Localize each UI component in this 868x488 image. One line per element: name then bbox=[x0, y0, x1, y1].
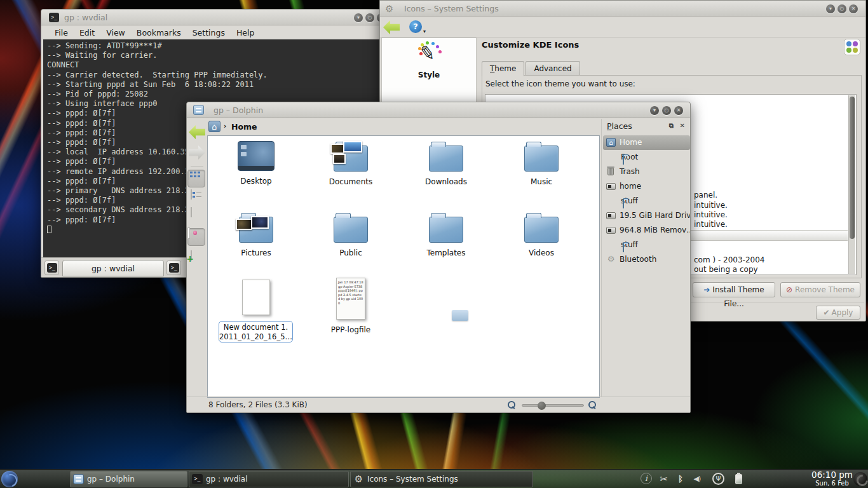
panel-cashew-icon[interactable] bbox=[853, 472, 867, 486]
forward-button[interactable] bbox=[189, 146, 205, 159]
folder-item[interactable]: Videos bbox=[503, 212, 580, 257]
task-dolphin[interactable]: gp – Dolphin bbox=[70, 471, 187, 487]
terminal-line: --> Carrier detected. Starting PPP immed… bbox=[47, 71, 376, 80]
new-tab-button[interactable]: >_ bbox=[44, 261, 59, 275]
terminal-icon: >_ bbox=[49, 13, 59, 22]
battery-icon[interactable] bbox=[735, 474, 742, 484]
breadcrumb-home[interactable]: Home bbox=[231, 122, 257, 132]
maximize-button[interactable]: ○ bbox=[837, 4, 846, 13]
place-home[interactable]: ⌂ Home bbox=[603, 135, 690, 150]
konsole-tab[interactable]: gp : wvdial bbox=[62, 260, 164, 276]
float-panel-icon[interactable]: ⧉ bbox=[669, 122, 674, 130]
place-trash[interactable]: Trash bbox=[603, 165, 690, 179]
place-root[interactable]: Root bbox=[603, 150, 690, 165]
tab-theme[interactable]: Theme bbox=[482, 61, 524, 76]
minimize-button[interactable]: ▾ bbox=[826, 4, 835, 13]
folder-item[interactable]: Public bbox=[312, 212, 390, 257]
gear-icon: ⚙ bbox=[385, 3, 393, 15]
launcher-button[interactable] bbox=[1, 471, 18, 487]
minimize-button[interactable]: ▾ bbox=[650, 106, 659, 115]
theme-about-fragment: com ) - 2003-2004 bbox=[694, 255, 765, 264]
scrollbar[interactable] bbox=[848, 95, 855, 274]
remove-theme-button[interactable]: ⊘Remove Theme bbox=[780, 282, 860, 297]
folder-item[interactable]: Desktop bbox=[217, 141, 295, 186]
back-button[interactable] bbox=[383, 20, 400, 34]
theme-description-fragment: intuitive. bbox=[694, 210, 728, 219]
file-item-selected[interactable] bbox=[217, 280, 295, 317]
selected-file-label[interactable]: New document 1. 2011_01_20_16_5… bbox=[219, 321, 293, 342]
apply-button[interactable]: ✔Apply bbox=[816, 306, 860, 320]
scrollbar-thumb[interactable] bbox=[850, 97, 855, 239]
folder-label: Desktop bbox=[217, 177, 295, 186]
minimize-button[interactable]: ▾ bbox=[354, 13, 363, 22]
chevron-down-icon[interactable]: ▾ bbox=[423, 29, 426, 34]
pencil-icon: ✎ bbox=[418, 41, 437, 65]
split-view-button[interactable] bbox=[191, 251, 192, 260]
file-item[interactable]: Jan 17 09:47:18 gp-Aspire-5738 pppd[1946… bbox=[312, 278, 390, 334]
style-icon: ✎ bbox=[414, 41, 444, 67]
dolphin-titlebar[interactable]: gp – Dolphin ▾ ○ ✕ bbox=[187, 102, 690, 118]
menu-bookmarks[interactable]: Bookmarks bbox=[131, 27, 187, 39]
theme-description-fragment: intuitive. bbox=[694, 220, 728, 229]
maximize-button[interactable]: ○ bbox=[365, 13, 374, 22]
home-icon[interactable]: ⌂ bbox=[208, 121, 220, 132]
place-bluetooth[interactable]: ⚙ Bluetooth bbox=[603, 252, 690, 267]
folder-item[interactable]: Pictures bbox=[217, 212, 295, 257]
maximize-button[interactable]: ○ bbox=[662, 106, 671, 115]
places-list: ⌂ Home Root Trash home stuff 19.5 GiB Ha bbox=[603, 135, 690, 267]
back-button[interactable] bbox=[189, 125, 205, 139]
place-hard-drive[interactable]: 19.5 GiB Hard Drive bbox=[603, 208, 690, 223]
zoom-out-icon[interactable] bbox=[508, 401, 516, 409]
duplicate-tab-button[interactable]: >_ bbox=[166, 261, 181, 275]
details-view-button[interactable] bbox=[191, 190, 192, 199]
menu-settings[interactable]: Settings bbox=[187, 27, 231, 39]
document-file-icon bbox=[242, 280, 270, 315]
folder-label: Documents bbox=[312, 177, 390, 186]
tab-advanced[interactable]: Advanced bbox=[526, 61, 580, 76]
task-system-settings[interactable]: ⚙ Icons – System Settings bbox=[350, 471, 533, 487]
place-removable[interactable]: 964.8 MiB Remov… bbox=[603, 223, 690, 238]
taskbar: gp – Dolphin >_ gp : wvdial ⚙ Icons – Sy… bbox=[0, 469, 868, 488]
zoom-in-icon[interactable] bbox=[588, 401, 597, 409]
menu-help[interactable]: Help bbox=[231, 27, 261, 39]
zoom-slider-handle[interactable] bbox=[538, 402, 546, 410]
system-settings-titlebar[interactable]: ⚙ Icons – System Settings ▾ ○ ✕ bbox=[380, 1, 865, 17]
close-button[interactable]: ✕ bbox=[674, 106, 683, 115]
zoom-slider[interactable] bbox=[522, 404, 584, 407]
place-stuff-2[interactable]: stuff bbox=[603, 238, 690, 252]
clock-time: 06:10 pm bbox=[811, 470, 853, 479]
bluetooth-icon[interactable]: ᛒ bbox=[674, 473, 688, 485]
menu-edit[interactable]: Edit bbox=[74, 27, 100, 39]
place-stuff[interactable]: stuff bbox=[603, 194, 690, 208]
install-theme-button[interactable]: ➔Install Theme File... bbox=[693, 282, 775, 297]
divider bbox=[191, 166, 203, 166]
columns-view-button[interactable] bbox=[191, 208, 192, 217]
folder-item[interactable]: Downloads bbox=[407, 141, 485, 186]
volume-icon[interactable]: ◀) bbox=[690, 473, 704, 485]
sidebar-item-style[interactable]: ✎ Style bbox=[382, 41, 476, 79]
close-panel-icon[interactable]: ✕ bbox=[680, 122, 685, 129]
dolphin-icon bbox=[193, 105, 204, 115]
folder-item[interactable]: Templates bbox=[407, 212, 485, 257]
terminal-icon: >_ bbox=[47, 263, 57, 273]
folder-item[interactable]: Documents bbox=[312, 141, 390, 186]
folder-label: Public bbox=[312, 248, 390, 257]
place-home-partition[interactable]: home bbox=[603, 179, 690, 194]
menu-view[interactable]: View bbox=[100, 27, 131, 39]
close-button[interactable]: ✕ bbox=[849, 4, 858, 13]
folder-item[interactable]: Music bbox=[503, 141, 580, 186]
folder-label: Music bbox=[503, 177, 580, 186]
konsole-titlebar[interactable]: >_ gp : wvdial ▾ ○ ✕ bbox=[41, 10, 381, 25]
usb-device-icon[interactable]: Ψ bbox=[712, 473, 724, 485]
preview-button[interactable] bbox=[187, 228, 205, 246]
klipper-scissors-icon[interactable]: ✂ bbox=[657, 473, 671, 485]
info-tray-icon[interactable]: i bbox=[641, 473, 652, 484]
clock-date: Sun, 6 Feb bbox=[811, 479, 853, 488]
menu-file[interactable]: File bbox=[49, 27, 74, 39]
help-button[interactable]: ? bbox=[409, 20, 422, 33]
task-konsole[interactable]: >_ gp : wvdial bbox=[189, 471, 349, 487]
clock[interactable]: 06:10 pm Sun, 6 Feb bbox=[811, 470, 853, 488]
icons-view-button[interactable] bbox=[187, 170, 205, 187]
drive-icon bbox=[606, 212, 616, 219]
folder-view[interactable]: Desktop Documents Downloads Music bbox=[207, 135, 600, 398]
